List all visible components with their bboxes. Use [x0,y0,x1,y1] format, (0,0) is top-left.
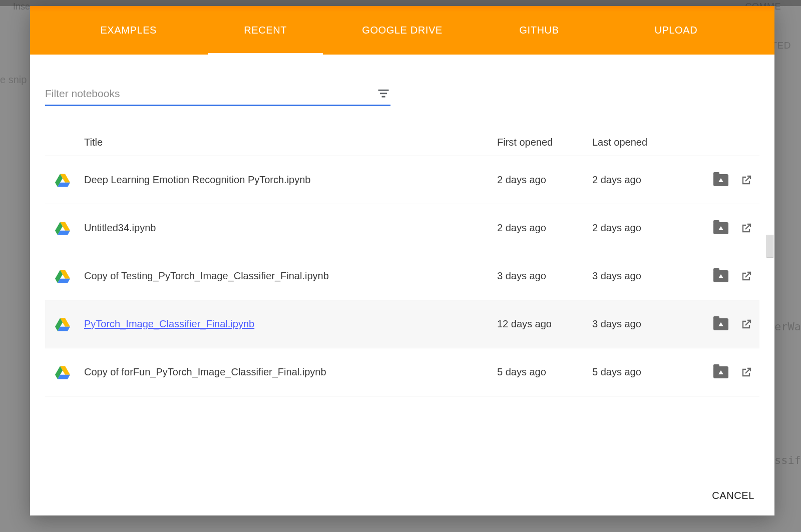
table-row[interactable]: Copy of Testing_PyTorch_Image_Classifier… [45,252,759,300]
tab-examples[interactable]: EXAMPLES [60,6,197,55]
filter-icon[interactable] [376,87,390,101]
open-new-tab-icon[interactable] [740,366,752,378]
drive-icon [55,270,84,283]
table-header-row: Title First opened Last opened [45,129,759,156]
tab-google-drive[interactable]: GOOGLE DRIVE [334,6,471,55]
open-new-tab-icon[interactable] [740,270,752,282]
table-row[interactable]: Deep Learning Emotion Recognition PyTorc… [45,156,759,204]
open-notebook-dialog: EXAMPLES RECENT GOOGLE DRIVE GITHUB UPLO… [30,6,774,515]
drive-icon [55,318,84,331]
scrollbar-thumb[interactable] [766,235,773,258]
notebook-title[interactable]: PyTorch_Image_Classifier_Final.ipynb [84,318,254,329]
open-new-tab-icon[interactable] [740,222,752,234]
filter-bar [45,85,390,106]
notebook-title[interactable]: Untitled34.ipynb [84,222,497,234]
open-new-tab-icon[interactable] [740,174,752,186]
table-row[interactable]: PyTorch_Image_Classifier_Final.ipynb 12 … [45,300,759,348]
last-opened: 2 days ago [592,174,692,186]
open-in-drive-icon[interactable] [713,318,728,330]
notebook-table: Title First opened Last opened Deep Lear… [45,129,759,396]
drive-icon [55,222,84,235]
dialog-tabbar: EXAMPLES RECENT GOOGLE DRIVE GITHUB UPLO… [30,6,774,55]
col-header-last-opened[interactable]: Last opened [592,137,692,148]
svg-rect-1 [380,93,387,94]
last-opened: 2 days ago [592,222,692,234]
drive-icon [55,366,84,379]
first-opened: 5 days ago [497,366,592,378]
tab-upload[interactable]: UPLOAD [608,6,744,55]
svg-rect-2 [382,96,385,98]
svg-rect-0 [378,90,389,91]
open-in-drive-icon[interactable] [713,174,728,186]
col-header-title[interactable]: Title [84,137,497,148]
open-in-drive-icon[interactable] [713,270,728,282]
tab-recent[interactable]: RECENT [197,6,333,55]
dialog-footer: CANCEL [30,475,774,515]
last-opened: 3 days ago [592,318,692,330]
first-opened: 2 days ago [497,222,592,234]
last-opened: 5 days ago [592,366,692,378]
open-in-drive-icon[interactable] [713,222,728,234]
cancel-button[interactable]: CANCEL [712,490,754,501]
filter-input[interactable] [45,88,370,100]
dialog-body: Title First opened Last opened Deep Lear… [30,55,774,475]
drive-icon [55,174,84,187]
notebook-title[interactable]: Copy of forFun_PyTorch_Image_Classifier_… [84,366,497,378]
col-header-first-opened[interactable]: First opened [497,137,592,148]
first-opened: 2 days ago [497,174,592,186]
table-row[interactable]: Copy of forFun_PyTorch_Image_Classifier_… [45,348,759,396]
tab-github[interactable]: GITHUB [471,6,607,55]
first-opened: 12 days ago [497,318,592,330]
open-in-drive-icon[interactable] [713,366,728,378]
table-row[interactable]: Untitled34.ipynb 2 days ago 2 days ago [45,204,759,252]
notebook-title[interactable]: Copy of Testing_PyTorch_Image_Classifier… [84,270,497,282]
open-new-tab-icon[interactable] [740,318,752,330]
last-opened: 3 days ago [592,270,692,282]
first-opened: 3 days ago [497,270,592,282]
notebook-title[interactable]: Deep Learning Emotion Recognition PyTorc… [84,174,497,186]
